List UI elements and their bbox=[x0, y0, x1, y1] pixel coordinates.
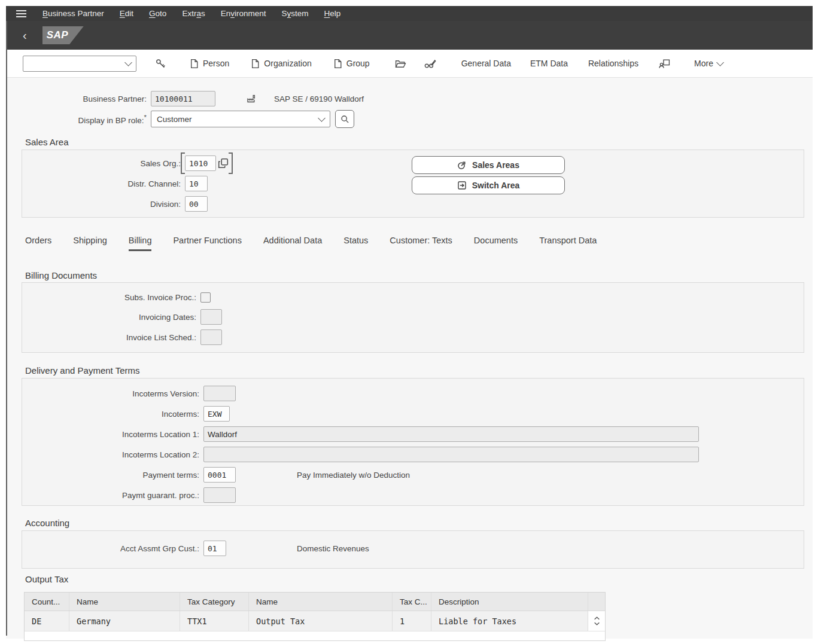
menu-edit[interactable]: Edit bbox=[112, 9, 141, 18]
col-header-name1[interactable]: Name bbox=[69, 593, 180, 611]
sales-org-value: 1010 bbox=[189, 159, 208, 168]
distr-channel-label: Distr. Channel: bbox=[24, 179, 185, 188]
bp-role-label-text: Display in BP role: bbox=[78, 115, 144, 124]
tab-partner-functions[interactable]: Partner Functions bbox=[173, 236, 241, 251]
paymt-guarant-field[interactable] bbox=[203, 487, 236, 503]
incoterms-loc1-field[interactable]: Walldorf bbox=[203, 426, 699, 442]
menu-business-partner[interactable]: Business Partner bbox=[35, 9, 112, 18]
col-header-spacer bbox=[588, 593, 605, 611]
bp-role-value: Customer bbox=[157, 115, 192, 124]
back-icon[interactable]: ‹ bbox=[23, 29, 27, 41]
tab-strip: Orders Shipping Billing Partner Function… bbox=[25, 236, 597, 251]
acct-assmt-label: Acct Assmt Grp Cust.: bbox=[24, 544, 203, 553]
incoterms-loc2-field[interactable] bbox=[203, 447, 699, 462]
partner-overview-icon[interactable] bbox=[659, 59, 670, 69]
etm-data-button[interactable]: ETM Data bbox=[530, 59, 568, 68]
open-folder-icon[interactable] bbox=[395, 59, 406, 69]
key-icon[interactable] bbox=[156, 59, 166, 69]
menu-extras[interactable]: Extras bbox=[174, 9, 212, 18]
value-help-icon[interactable] bbox=[218, 158, 229, 169]
output-tax-row[interactable]: DE Germany TTX1 Output Tax 1 Liable for … bbox=[25, 611, 605, 631]
tab-documents[interactable]: Documents bbox=[474, 236, 518, 251]
incoterms-version-field[interactable] bbox=[203, 386, 236, 401]
col-header-country[interactable]: Count... bbox=[25, 593, 69, 611]
incoterms-row: Incoterms: EXW bbox=[24, 405, 230, 422]
spinner-down-icon bbox=[594, 622, 600, 625]
toolbar-combobox[interactable] bbox=[23, 56, 136, 72]
cell-description: Liable for Taxes bbox=[431, 611, 588, 631]
incoterms-loc1-row: Incoterms Location 1: Walldorf bbox=[24, 426, 699, 442]
menu-bar: Business Partner Edit Goto Extras Enviro… bbox=[6, 6, 813, 21]
relationships-button[interactable]: Relationships bbox=[588, 59, 638, 68]
payment-terms-field[interactable]: 0001 bbox=[203, 467, 236, 483]
division-label: Division: bbox=[24, 200, 185, 209]
col-header-description[interactable]: Description bbox=[431, 593, 588, 611]
paymt-guarant-label: Paymt guarant. proc.: bbox=[24, 491, 203, 500]
search-icon bbox=[340, 115, 349, 124]
division-value: 00 bbox=[189, 200, 199, 209]
col-header-tax-class[interactable]: Tax C... bbox=[393, 593, 431, 611]
tab-status[interactable]: Status bbox=[343, 236, 368, 251]
window-left-border bbox=[6, 21, 7, 636]
organization-button[interactable]: Organization bbox=[251, 59, 311, 69]
bp-role-select[interactable]: Customer bbox=[151, 111, 330, 127]
incoterms-loc1-value: Walldorf bbox=[208, 430, 237, 439]
display-change-icon[interactable] bbox=[424, 59, 436, 69]
tab-orders[interactable]: Orders bbox=[25, 236, 51, 251]
more-button[interactable]: More bbox=[694, 59, 723, 68]
bp-info-text: SAP SE / 69190 Walldorf bbox=[274, 94, 364, 103]
col-header-tax-category[interactable]: Tax Category bbox=[180, 593, 249, 611]
group-button[interactable]: Group bbox=[333, 59, 370, 69]
group-button-label: Group bbox=[346, 59, 370, 68]
menu-help[interactable]: Help bbox=[317, 9, 349, 18]
bp-role-label: Display in BP role:* bbox=[22, 114, 151, 125]
invoicing-dates-field[interactable] bbox=[200, 309, 222, 325]
menu-system[interactable]: System bbox=[273, 9, 316, 18]
more-chevron-icon bbox=[716, 59, 724, 66]
cell-tax-category: TTX1 bbox=[180, 611, 249, 631]
switch-area-button[interactable]: Switch Area bbox=[412, 176, 565, 194]
tab-billing[interactable]: Billing bbox=[129, 236, 152, 251]
role-search-button[interactable] bbox=[335, 110, 354, 128]
incoterms-loc2-row: Incoterms Location 2: bbox=[24, 446, 699, 463]
hamburger-icon[interactable] bbox=[16, 10, 26, 17]
billing-documents-title: Billing Documents bbox=[25, 270, 97, 280]
acct-assmt-field[interactable]: 01 bbox=[203, 541, 226, 556]
general-data-button[interactable]: General Data bbox=[461, 59, 511, 68]
tab-additional-data[interactable]: Additional Data bbox=[263, 236, 322, 251]
invoice-list-field[interactable] bbox=[200, 329, 222, 345]
person-button[interactable]: Person bbox=[190, 59, 229, 69]
new-document-icon bbox=[333, 59, 342, 69]
incoterms-version-row: Incoterms Version: bbox=[24, 385, 236, 402]
sap-logo-text: SAP bbox=[47, 29, 68, 41]
menu-environment[interactable]: Environment bbox=[213, 9, 274, 18]
person-button-label: Person bbox=[203, 59, 229, 68]
sales-org-row: Sales Org.: 1010 bbox=[24, 155, 229, 172]
distr-channel-value: 10 bbox=[189, 179, 199, 188]
accounting-title: Accounting bbox=[25, 518, 69, 528]
sales-org-label: Sales Org.: bbox=[24, 159, 185, 168]
subs-invoice-checkbox[interactable] bbox=[200, 292, 211, 303]
table-scroll-spinner[interactable] bbox=[588, 611, 605, 631]
delivery-payment-title: Delivery and Payment Terms bbox=[25, 365, 139, 376]
bp-number-field[interactable]: 10100011 bbox=[151, 91, 215, 106]
payment-terms-row: Payment terms: 0001 Pay Immediately w/o … bbox=[24, 466, 410, 483]
spinner-up-icon bbox=[594, 616, 600, 620]
tab-transport-data[interactable]: Transport Data bbox=[539, 236, 597, 251]
switch-area-button-label: Switch Area bbox=[472, 181, 520, 190]
tab-shipping[interactable]: Shipping bbox=[73, 236, 107, 251]
distr-channel-field[interactable]: 10 bbox=[185, 176, 208, 191]
acct-assmt-row: Acct Assmt Grp Cust.: 01 Domestic Revenu… bbox=[24, 540, 369, 557]
cell-tax-class: 1 bbox=[393, 611, 431, 631]
organization-button-label: Organization bbox=[264, 59, 311, 68]
new-document-icon bbox=[190, 59, 199, 69]
sales-areas-button[interactable]: Sales Areas bbox=[412, 156, 565, 174]
tab-customer-texts[interactable]: Customer: Texts bbox=[390, 236, 452, 251]
bp-number-value: 10100011 bbox=[155, 94, 193, 103]
incoterms-field[interactable]: EXW bbox=[203, 406, 230, 422]
output-tax-empty-row bbox=[25, 631, 605, 640]
sales-org-field[interactable]: 1010 bbox=[185, 155, 216, 171]
division-field[interactable]: 00 bbox=[185, 196, 208, 212]
menu-goto[interactable]: Goto bbox=[141, 9, 174, 18]
col-header-name2[interactable]: Name bbox=[249, 593, 393, 611]
